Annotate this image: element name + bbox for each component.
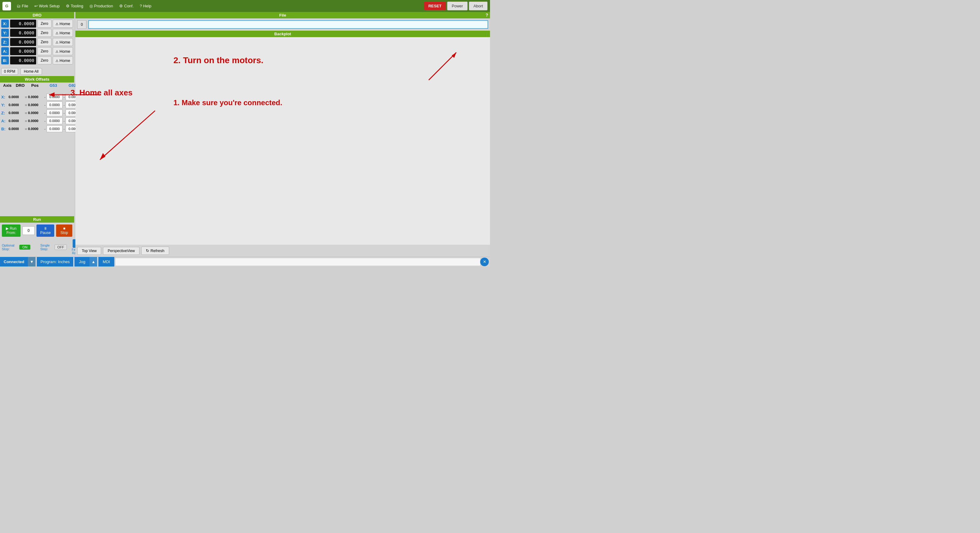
run-controls: ▶ Run From: ⏸ Pause ■ Stop <box>0 223 74 239</box>
file-path-input[interactable] <box>88 20 488 29</box>
refresh-button[interactable]: ↻ Refresh <box>141 247 169 255</box>
wo-col-pos: Pos <box>29 83 41 92</box>
dro-header: DRO <box>0 12 74 18</box>
wo-dro-b: 0.0000 <box>9 127 24 131</box>
zero-button-y[interactable]: Zero <box>37 29 52 37</box>
dro-row-z: Z: 0.0000 Zero Home <box>1 38 73 46</box>
axis-label-x: X: <box>1 20 9 27</box>
run-from-input[interactable] <box>22 226 35 235</box>
status-bar: Connected ▼ Program: Inches Jog ▲ MDI ✕ <box>0 257 490 266</box>
warn-icon-y <box>56 31 59 35</box>
wo-pos-x: 0.0000 <box>28 95 43 99</box>
connected-label: Connected <box>4 259 24 264</box>
mdi-button[interactable]: MDI <box>99 257 114 266</box>
wo-pos-b: 0.0000 <box>28 127 43 131</box>
annotation-connected: 1. Make sure you're connected. <box>173 99 282 107</box>
zero-button-b[interactable]: Zero <box>37 56 52 64</box>
backplot-header: Backplot <box>75 31 490 37</box>
axis-label-b: B: <box>1 56 9 64</box>
zero-button-a[interactable]: Zero <box>37 47 52 55</box>
stop-button[interactable]: ■ Stop <box>56 225 72 237</box>
power-button[interactable]: Power <box>447 2 468 10</box>
home-button-a[interactable]: Home <box>53 47 73 55</box>
connected-arrow[interactable]: ▼ <box>28 257 35 266</box>
dro-row-b: B: 0.0000 Zero Home <box>1 56 73 64</box>
reset-button[interactable]: RESET <box>424 2 446 10</box>
wo-axis-x: X: <box>1 95 8 99</box>
file-icon: 🗂 <box>16 4 21 8</box>
clear-icon: ✕ <box>483 259 486 264</box>
wo-g53-z[interactable] <box>46 110 62 116</box>
work-offsets-header: Work Offsets <box>0 76 74 83</box>
svg-marker-3 <box>100 153 105 160</box>
home-button-z[interactable]: Home <box>53 38 73 46</box>
wo-g53-x[interactable] <box>46 94 62 100</box>
wo-col-g53: G53 <box>47 83 59 92</box>
wo-col-dro: DRO <box>14 83 26 92</box>
annotation-turn-on-motors: 2. Turn on the motors. <box>173 56 263 65</box>
wo-pos-z: 0.0000 <box>28 111 43 115</box>
jog-arrow[interactable]: ▲ <box>89 257 97 266</box>
conf-icon: ⚙ <box>119 4 123 8</box>
dro-value-x: 0.0000 <box>10 20 36 27</box>
dro-value-a: 0.0000 <box>10 47 36 55</box>
run-header: Run <box>0 216 74 223</box>
dro-row-x: X: 0.0000 Zero Home <box>1 20 73 27</box>
menu-production[interactable]: ◎ Production <box>87 2 116 10</box>
zero-button-x[interactable]: Zero <box>37 20 52 27</box>
file-row: 0 <box>75 18 490 31</box>
top-view-button[interactable]: Top View <box>77 247 101 255</box>
help-icon[interactable]: ? <box>485 13 488 18</box>
menu-file[interactable]: 🗂 File <box>14 2 31 10</box>
pause-button[interactable]: ⏸ Pause <box>37 225 54 237</box>
axis-label-a: A: <box>1 47 9 55</box>
backplot-area: 2. Turn on the motors. 1. Make sure you'… <box>75 37 490 245</box>
warn-icon-x <box>56 21 59 26</box>
wo-g53-a[interactable] <box>46 118 62 124</box>
menu-conf[interactable]: ⚙ Conf. <box>117 2 136 10</box>
production-icon: ◎ <box>89 4 93 8</box>
work-offsets-section: Work Offsets Axis DRO Pos G53 G92 TLO: 0… <box>0 76 74 216</box>
jog-button[interactable]: Jog <box>75 257 89 266</box>
menubar: G 🗂 File ↩ Work Setup ⚙ Tooling ◎ Produc… <box>0 0 490 12</box>
home-button-x[interactable]: Home <box>53 20 73 27</box>
zero-button-z[interactable]: Zero <box>37 38 52 46</box>
optional-row: Optional Stop: ON Single Step: OFF Feed … <box>0 239 74 257</box>
run-from-button[interactable]: ▶ Run From: <box>2 225 21 237</box>
mdi-input[interactable] <box>116 258 480 266</box>
perspective-view-button[interactable]: PerspectiveView <box>103 247 140 255</box>
wo-g53-b[interactable] <box>46 125 62 132</box>
wo-pos-a: 0.0000 <box>28 119 43 123</box>
dro-value-b: 0.0000 <box>10 56 36 64</box>
home-button-b[interactable]: Home <box>53 56 73 64</box>
arrow-connected-svg <box>84 105 177 166</box>
file-line-number: 0 <box>77 20 86 29</box>
run-section: Run ▶ Run From: ⏸ Pause ■ Stop Optional … <box>0 216 74 257</box>
axis-label-y: Y: <box>1 29 9 37</box>
warn-icon-b <box>56 58 59 63</box>
dro-value-y: 0.0000 <box>10 29 36 37</box>
mdi-clear-button[interactable]: ✕ <box>480 258 489 266</box>
home-all-button[interactable]: Home All <box>21 68 42 75</box>
menu-tooling[interactable]: ⚙ Tooling <box>64 2 86 10</box>
rpm-display: 0 RPM <box>1 68 18 75</box>
work-offsets-headers: Axis DRO Pos G53 G92 TLO: 0 <box>0 83 74 93</box>
svg-line-2 <box>100 111 155 160</box>
dro-section: DRO X: 0.0000 Zero Home Y: 0.0000 Zero H… <box>0 12 74 76</box>
left-panel: DRO X: 0.0000 Zero Home Y: 0.0000 Zero H… <box>0 12 74 257</box>
axis-label-z: Z: <box>1 38 9 46</box>
abort-button[interactable]: Abort <box>469 2 488 10</box>
wo-g53-y[interactable] <box>46 102 62 108</box>
home-button-y[interactable]: Home <box>53 29 73 37</box>
help-icon: ? <box>140 4 142 8</box>
main-layout: DRO X: 0.0000 Zero Home Y: 0.0000 Zero H… <box>0 12 490 257</box>
file-section: File ? 0 <box>75 12 490 31</box>
single-step-label: Single Step: <box>40 244 49 251</box>
menu-help[interactable]: ? Help <box>137 2 154 10</box>
menu-work-setup[interactable]: ↩ Work Setup <box>32 2 62 10</box>
single-step-off[interactable]: OFF <box>54 244 67 250</box>
backplot-controls: Top View PerspectiveView ↻ Refresh <box>75 245 490 257</box>
optional-stop-on[interactable]: ON <box>19 245 31 250</box>
wo-axis-a: A: <box>1 119 8 123</box>
right-panel: File ? 0 Backplot 2. Turn on the motors. <box>75 12 490 257</box>
